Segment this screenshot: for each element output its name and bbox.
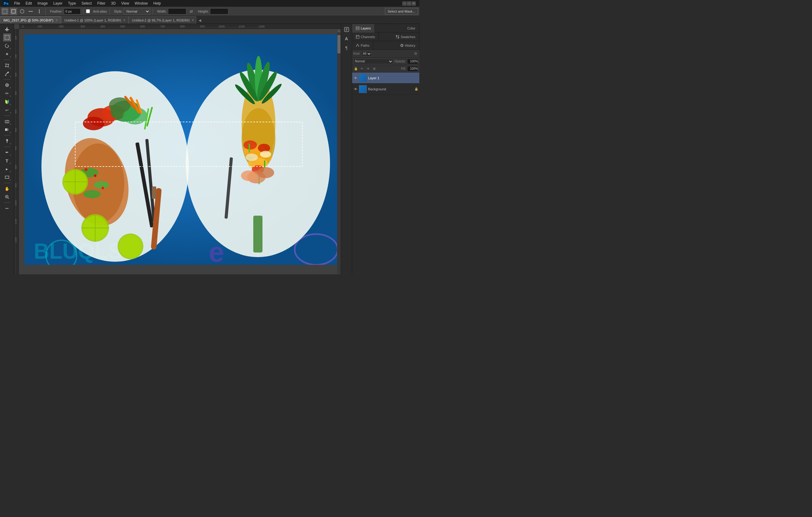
- svg-text:300: 300: [14, 73, 17, 77]
- rect-marquee-btn[interactable]: [10, 8, 17, 15]
- eyedropper-tool[interactable]: [3, 70, 11, 78]
- collapse-panel-btn[interactable]: ◀: [196, 17, 204, 24]
- svg-rect-126: [249, 143, 250, 153]
- properties-icon[interactable]: [342, 25, 351, 34]
- kind-label: Kind: [353, 52, 359, 55]
- single-col-marquee-btn[interactable]: [36, 8, 43, 15]
- filter-icon[interactable]: ⚙: [413, 51, 418, 56]
- layer-type-filter[interactable]: All: [361, 51, 372, 56]
- svg-text:600: 600: [140, 25, 145, 28]
- svg-point-23: [6, 139, 8, 141]
- menu-layer[interactable]: Layer: [51, 1, 65, 6]
- document-tabs: IMG_2937.JPG @ 50% (RGB/8*) ✕ Untitled-1…: [0, 16, 419, 24]
- lock-all-icon[interactable]: 🔒: [353, 66, 358, 71]
- layer-name-bg[interactable]: Background: [368, 87, 386, 91]
- eye-icon-0[interactable]: 👁: [353, 76, 358, 80]
- type-tool[interactable]: T: [3, 157, 11, 165]
- style-select[interactable]: Normal Fixed Ratio Fixed Size: [124, 8, 150, 15]
- paths-tab[interactable]: Paths: [352, 41, 373, 50]
- layer-thumb-bg: [359, 85, 367, 93]
- menu-file[interactable]: File: [12, 1, 22, 6]
- scroll-up-btn[interactable]: ▲: [337, 29, 341, 32]
- menu-window[interactable]: Window: [132, 1, 150, 6]
- svg-rect-143: [356, 36, 357, 36]
- svg-point-4: [20, 9, 24, 13]
- lock-artboard-icon[interactable]: ⊞: [372, 66, 377, 71]
- maximize-button[interactable]: □: [407, 2, 411, 5]
- close-tab-2[interactable]: ✕: [192, 19, 194, 22]
- minimize-button[interactable]: ─: [403, 2, 406, 5]
- dodge-tool[interactable]: [3, 137, 11, 145]
- layers-tab[interactable]: Layers: [352, 24, 375, 32]
- doc-tab-2[interactable]: Untitled-2 @ 66,7% (Layer 1, RGB/8#) ✕: [128, 16, 196, 24]
- paragraph-icon[interactable]: ¶: [342, 44, 351, 52]
- v-scroll-thumb[interactable]: [338, 35, 341, 53]
- menu-edit[interactable]: Edit: [23, 1, 34, 6]
- close-tab-0[interactable]: ✕: [55, 19, 58, 22]
- svg-rect-149: [398, 37, 399, 38]
- tools-sep1: [4, 60, 10, 60]
- anti-alias-checkbox[interactable]: [86, 9, 90, 13]
- history-tab[interactable]: History: [396, 41, 419, 50]
- text-properties-icon[interactable]: A: [342, 34, 351, 43]
- layer-row-0[interactable]: 👁 Layer 1: [352, 73, 419, 84]
- menu-filter[interactable]: Filter: [95, 1, 108, 6]
- menu-image[interactable]: Image: [35, 1, 50, 6]
- sep2: [83, 8, 84, 15]
- ellipse-marquee-btn[interactable]: [19, 8, 26, 15]
- channels-tab[interactable]: Channels: [352, 32, 379, 41]
- menu-help[interactable]: Help: [151, 1, 163, 6]
- canvas-area: 0 100 200 300 400 500 600 700 800 900 10…: [14, 24, 341, 274]
- feather-input[interactable]: [64, 8, 81, 15]
- lock-pixels-icon[interactable]: ✏: [359, 66, 365, 71]
- menu-select[interactable]: Select: [79, 1, 94, 6]
- doc-tab-1[interactable]: Untitled-1 @ 100% (Layer 1, RGB/8#) ✕: [61, 16, 128, 24]
- svg-text:300: 300: [81, 25, 85, 28]
- fill-label: Fill:: [401, 67, 406, 70]
- gradient-tool[interactable]: [3, 126, 11, 134]
- layer-name-0[interactable]: Layer 1: [368, 76, 379, 80]
- vertical-scrollbar[interactable]: ▲ ▼: [337, 29, 341, 274]
- clone-stamp-tool[interactable]: 🔰: [3, 98, 11, 106]
- close-tab-1[interactable]: ✕: [123, 19, 125, 22]
- menu-view[interactable]: View: [119, 1, 132, 6]
- color-tab[interactable]: Color: [404, 24, 419, 32]
- svg-text:900: 900: [14, 183, 17, 187]
- layers-list[interactable]: 👁 Layer 1 👁 Background 🔒: [352, 73, 419, 274]
- pen-tool[interactable]: ✒: [3, 148, 11, 156]
- brush-tool[interactable]: ✏: [3, 89, 11, 98]
- blend-mode-row: Normal Multiply Screen Opacity:: [352, 58, 419, 65]
- shape-tool[interactable]: [3, 173, 11, 181]
- select-mask-button[interactable]: Select and Mask...: [385, 8, 418, 15]
- more-tools[interactable]: •••: [3, 204, 11, 212]
- width-input[interactable]: [168, 8, 186, 15]
- canvas-content[interactable]: BLUQLS e: [19, 29, 341, 274]
- lock-position-icon[interactable]: ✛: [366, 66, 371, 71]
- path-selection-tool[interactable]: ▸: [3, 165, 11, 173]
- svg-rect-132: [253, 216, 262, 252]
- lasso-tool[interactable]: [3, 42, 11, 50]
- menu-3d[interactable]: 3D: [108, 1, 118, 6]
- magic-wand-tool[interactable]: ⁕: [3, 50, 11, 58]
- height-input[interactable]: [210, 8, 228, 15]
- opacity-input[interactable]: [407, 59, 418, 64]
- eraser-tool[interactable]: [3, 117, 11, 125]
- marquee-tool[interactable]: [3, 33, 11, 42]
- svg-text:400: 400: [14, 91, 17, 95]
- zoom-tool[interactable]: [3, 193, 11, 201]
- fill-input[interactable]: [407, 66, 418, 72]
- hand-tool[interactable]: ✋: [3, 185, 11, 193]
- close-button[interactable]: ✕: [412, 2, 416, 5]
- menu-type[interactable]: Type: [65, 1, 78, 6]
- blend-mode-select[interactable]: Normal Multiply Screen: [353, 59, 393, 64]
- doc-tab-0[interactable]: IMG_2937.JPG @ 50% (RGB/8*) ✕: [0, 16, 61, 24]
- move-tool[interactable]: ✛: [3, 25, 11, 33]
- healing-brush-tool[interactable]: [3, 81, 11, 89]
- swatches-tab[interactable]: Swatches: [392, 32, 419, 41]
- crop-tool[interactable]: [3, 61, 11, 70]
- single-row-marquee-btn[interactable]: [27, 8, 34, 15]
- layer-row-bg[interactable]: 👁 Background 🔒: [352, 84, 419, 94]
- swap-dimensions-btn[interactable]: ⇄: [187, 8, 195, 15]
- history-brush-tool[interactable]: ↩: [3, 106, 11, 114]
- eye-icon-bg[interactable]: 👁: [353, 87, 358, 91]
